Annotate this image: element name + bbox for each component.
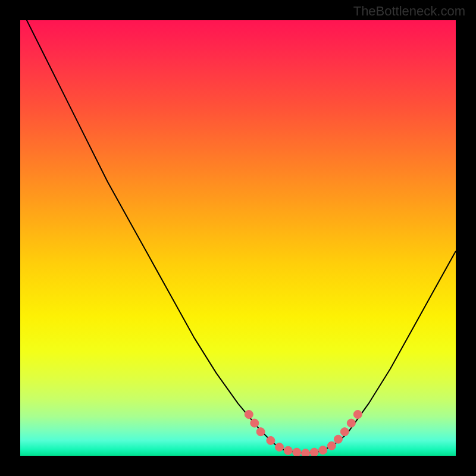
plot-area xyxy=(20,20,456,456)
data-marker xyxy=(250,419,259,427)
data-marker xyxy=(340,428,349,436)
data-marker xyxy=(347,419,355,427)
data-marker xyxy=(284,446,292,455)
data-marker xyxy=(275,443,284,451)
data-marker xyxy=(302,449,310,456)
chart-svg xyxy=(20,20,456,456)
data-marker xyxy=(353,411,362,419)
watermark-text: TheBottleneck.com xyxy=(353,4,465,19)
markers-group xyxy=(245,411,362,456)
data-marker xyxy=(245,411,253,419)
data-marker xyxy=(310,448,318,456)
curve-line xyxy=(24,20,456,453)
data-marker xyxy=(256,428,265,436)
data-marker xyxy=(293,448,301,456)
data-marker xyxy=(327,441,336,450)
data-marker xyxy=(319,446,327,455)
data-marker xyxy=(267,436,275,444)
data-marker xyxy=(334,435,342,443)
